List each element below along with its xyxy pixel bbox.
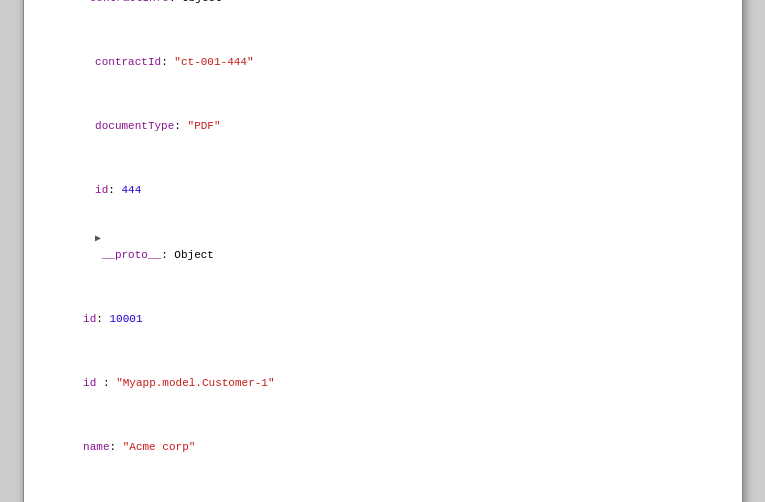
console-line-name: name: "Acme corp"	[32, 407, 734, 471]
console-line-id-model: id : "Myapp.model.Customer-1"	[32, 343, 734, 407]
console-line-documenttype: documentType: "PDF"	[32, 86, 734, 150]
console-line-phone: phone: "+52-01-55-4444-3210"	[32, 471, 734, 503]
console-line-contractid: contractId: "ct-001-444"	[32, 22, 734, 86]
console-line-proto1: __proto__: Object	[32, 214, 734, 279]
console-area: Object clientSince: Fri Jan 01 2010 14:3…	[24, 0, 742, 502]
console-line-id444: id: 444	[32, 150, 734, 214]
console-line-id10001: id: 10001	[32, 279, 734, 343]
expand-proto1-arrow[interactable]	[95, 233, 101, 244]
console-line-contractinfo: contractInfo: Object	[32, 0, 734, 22]
web-inspector-window: W Web Inspector — http://localhost/myext…	[23, 0, 743, 502]
